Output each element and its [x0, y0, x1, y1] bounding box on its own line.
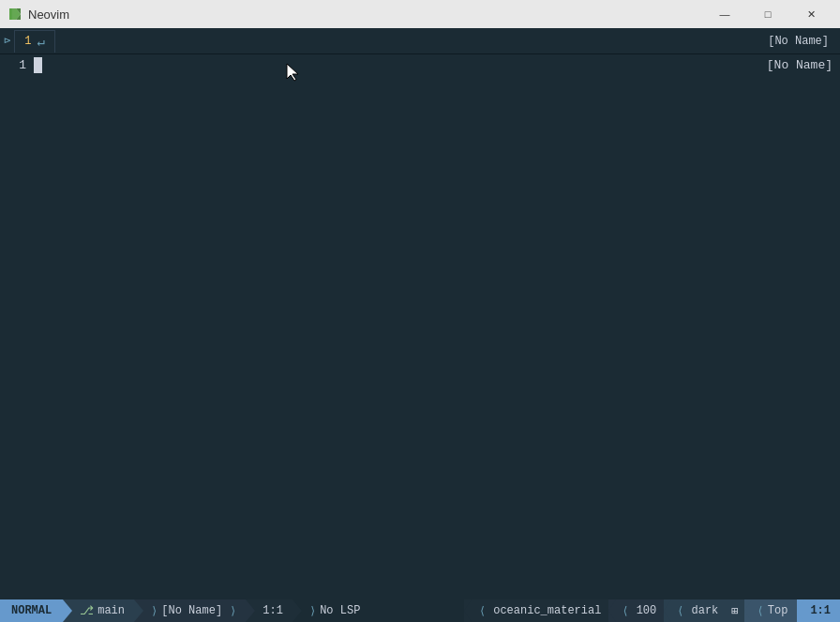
titlebar-title: Neovim [28, 8, 69, 22]
git-branch-icon: ⎇ [80, 603, 94, 618]
filename-arrow1: ⟩ [151, 604, 158, 618]
status-git: ⎇ main [63, 599, 134, 622]
darkmode-text: dark [692, 604, 719, 617]
tab-item[interactable]: 1 ↵ [14, 30, 55, 53]
status-percent: ⟨ 100 [608, 599, 664, 622]
theme-arrow-left: ⟨ [479, 604, 486, 618]
status-top: ⟨ Top [744, 599, 798, 622]
maximize-button[interactable]: □ [746, 0, 789, 28]
editor-area: 1 [No Name] [0, 54, 840, 599]
tab-number: 1 [24, 35, 31, 48]
minimize-button[interactable]: — [703, 0, 746, 28]
darkmode-arrow-left: ⟨ [677, 604, 683, 618]
status-os-icon: ⊞ [726, 599, 743, 622]
filename-arrow2: ⟩ [230, 604, 236, 618]
lsp-arrow: ⟩ [309, 604, 316, 618]
tabbar: ⊳ 1 ↵ [No Name] [0, 28, 840, 54]
tab-modified-icon: ↵ [37, 34, 44, 50]
lsp-text: No LSP [320, 604, 360, 617]
percent-arrow-left: ⟨ [622, 604, 628, 618]
line-number-1: 1 [0, 56, 26, 74]
titlebar: Neovim — □ ✕ [0, 0, 840, 28]
titlebar-controls: — □ ✕ [703, 0, 832, 28]
status-filename: ⟩ [No Name] ⟩ [134, 599, 246, 622]
neovim-icon [8, 7, 22, 22]
status-lsp: ⟩ No LSP [292, 599, 369, 622]
no-name-label: [No Name] [767, 58, 832, 72]
cursor-line [34, 56, 840, 74]
editor-content[interactable] [34, 54, 840, 599]
titlebar-left: Neovim [8, 7, 69, 22]
status-mode: NORMAL [0, 599, 63, 622]
close-button[interactable]: ✕ [789, 0, 832, 28]
status-right: ⟨ oceanic_material ⟨ 100 ⟨ dark ⊞ ⟨ Top … [464, 599, 840, 622]
line-numbers: 1 [0, 54, 34, 599]
status-darkmode: ⟨ dark [664, 599, 726, 622]
status-middle-spacer [369, 599, 464, 622]
status-rowcol: 1:1 [797, 599, 840, 622]
statusbar: NORMAL ⎇ main ⟩ [No Name] ⟩ 1:1 ⟩ No LSP… [0, 599, 840, 622]
top-arrow-left: ⟨ [758, 604, 764, 618]
cursor-block [34, 57, 42, 73]
tab-name-right: [No Name] [768, 35, 836, 48]
theme-text: oceanic_material [493, 604, 601, 617]
status-theme: ⟨ oceanic_material [464, 599, 608, 622]
top-text: Top [768, 604, 788, 617]
git-branch-name: main [98, 604, 125, 617]
tab-arrow-left: ⊳ [4, 34, 10, 48]
os-icon: ⊞ [731, 604, 738, 618]
percent-text: 100 [637, 604, 657, 617]
filename-text: [No Name] [161, 604, 222, 617]
svg-marker-2 [9, 8, 12, 20]
position-text: 1:1 [262, 604, 283, 617]
